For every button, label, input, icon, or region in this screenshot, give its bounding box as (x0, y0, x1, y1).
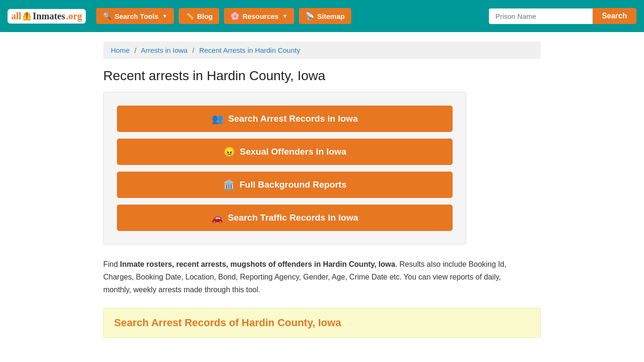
arrest-records-button[interactable]: 👥 Search Arrest Records in Iowa (117, 106, 453, 132)
breadcrumb: Home / Arrests in Iowa / Recent Arrests … (103, 41, 541, 59)
breadcrumb-sep-1: / (134, 46, 136, 54)
resources-label: Resources (242, 12, 279, 20)
logo-text-inmates: Inmates (33, 11, 65, 22)
resources-icon: 🌸 (231, 12, 239, 20)
blog-label: Blog (197, 12, 213, 20)
sexual-offenders-label: Sexual Offenders in Iowa (240, 147, 347, 157)
building-icon: 🏛️ (223, 179, 235, 190)
offender-icon: 😠 (223, 146, 235, 157)
action-button-card: 👥 Search Arrest Records in Iowa 😠 Sexual… (103, 92, 466, 245)
bottom-heading: Search Arrest Records of Hardin County, … (114, 317, 530, 329)
logo-text-all: all (11, 11, 21, 22)
resources-button[interactable]: 🌸 Resources ▼ (224, 8, 294, 24)
logo-text-org: .org (66, 11, 82, 22)
sitemap-label: Sitemap (317, 12, 345, 20)
chevron-down-icon: ▼ (162, 13, 167, 19)
bottom-section: Search Arrest Records of Hardin County, … (103, 308, 541, 338)
search-input[interactable] (489, 8, 593, 24)
breadcrumb-home[interactable]: Home (111, 46, 130, 54)
traffic-records-button[interactable]: 🚗 Search Traffic Records In Iowa (117, 205, 453, 231)
main-content: Home / Arrests in Iowa / Recent Arrests … (96, 32, 548, 347)
search-bar: Search (489, 8, 636, 24)
search-tools-icon: 🔍 (103, 12, 112, 20)
sexual-offenders-button[interactable]: 😠 Sexual Offenders in Iowa (117, 139, 453, 165)
search-tools-label: Search Tools (115, 12, 158, 20)
breadcrumb-current: Recent Arrests in Hardin County (199, 46, 300, 54)
logo[interactable]: all 🦺 Inmates .org (8, 9, 86, 24)
arrest-records-label: Search Arrest Records in Iowa (228, 114, 358, 124)
background-reports-button[interactable]: 🏛️ Full Background Reports (117, 172, 453, 198)
blog-button[interactable]: ✏️ Blog (179, 8, 219, 24)
sitemap-icon: 📡 (305, 12, 314, 20)
search-tools-button[interactable]: 🔍 Search Tools ▼ (96, 8, 174, 24)
background-reports-label: Full Background Reports (239, 180, 347, 190)
description-highlight: Inmate rosters, recent arrests, mugshots… (120, 260, 396, 268)
chevron-down-icon: ▼ (282, 13, 288, 19)
car-icon: 🚗 (211, 212, 223, 223)
search-button[interactable]: Search (593, 8, 636, 24)
description-prefix: Find (103, 260, 120, 268)
sitemap-button[interactable]: 📡 Sitemap (299, 8, 351, 24)
navbar: all 🦺 Inmates .org 🔍 Search Tools ▼ ✏️ B… (0, 0, 644, 32)
logo-icon: 🦺 (22, 12, 32, 21)
traffic-records-label: Search Traffic Records In Iowa (228, 213, 358, 223)
breadcrumb-arrests[interactable]: Arrests in Iowa (141, 46, 188, 54)
people-icon: 👥 (212, 113, 223, 124)
page-title: Recent arrests in Hardin County, Iowa (103, 68, 541, 83)
breadcrumb-sep-2: / (192, 46, 194, 54)
blog-icon: ✏️ (185, 12, 194, 20)
description-text: Find Inmate rosters, recent arrests, mug… (103, 258, 528, 296)
